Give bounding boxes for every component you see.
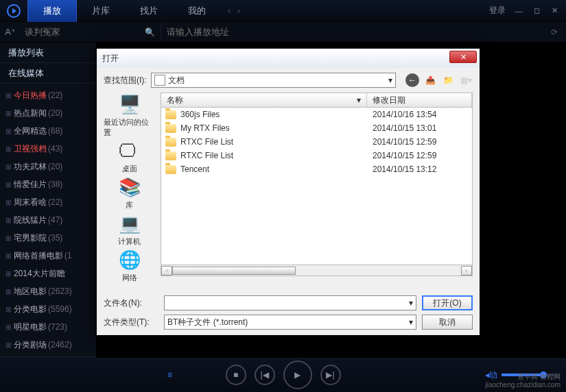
player-bar: ≡ ■ |◀ ▶ ▶| ◂劰 查字典 教程网 jiaocheng.chazidi… xyxy=(0,358,566,392)
places-item[interactable]: 🌐网络 xyxy=(119,249,141,283)
filename-input[interactable]: ▾ xyxy=(164,295,416,310)
sidebar-item[interactable]: ⊞分类电影(5596) xyxy=(0,300,96,318)
play-button[interactable]: ▶ xyxy=(283,360,312,389)
sidebar-item[interactable]: ⊞情爱佳片(38) xyxy=(0,175,96,193)
topbar: 播放 片库 找片 我的 ‹ › 登录 — ◻ ✕ xyxy=(0,0,566,22)
file-row[interactable]: RTXC File List2014/10/15 12:59 xyxy=(161,149,472,162)
document-icon xyxy=(154,75,165,86)
sidebar-item[interactable]: ⊞明星电影(723) xyxy=(0,318,96,336)
app-logo[interactable] xyxy=(0,4,27,18)
dialog-titlebar[interactable]: 打开 ✕ xyxy=(97,49,480,68)
search-icon[interactable]: 🔍 xyxy=(145,27,155,37)
chevron-down-icon: ▾ xyxy=(388,75,392,85)
sidebar-header-playlist[interactable]: 播放列表 xyxy=(0,42,96,63)
open-file-dialog: 打开 ✕ 查找范围(I): 文档 ▾ ← 📤 📁 ▦▾ 🖥️最近访问的位置🖵桌面… xyxy=(96,48,480,336)
tab-mine[interactable]: 我的 xyxy=(173,0,221,22)
next-button[interactable]: ▶| xyxy=(320,365,341,385)
cancel-button[interactable]: 取消 xyxy=(422,315,473,330)
sidebar: 播放列表 在线媒体 ⊞今日热播(22)⊞热点新闻(20)⊞全网精选(68)⊞卫视… xyxy=(0,42,96,358)
sidebar-item[interactable]: ⊞地区电影(2623) xyxy=(0,282,96,300)
refresh-icon[interactable]: ⟳ xyxy=(543,27,566,37)
address-input[interactable] xyxy=(161,22,543,42)
filetype-label: 文件类型(T): xyxy=(104,317,158,328)
tab-find[interactable]: 找片 xyxy=(125,0,173,22)
filetype-dropdown[interactable]: BT种子文件 (*.torrent)▾ xyxy=(164,315,416,330)
open-button[interactable]: 打开(O) xyxy=(422,295,473,310)
file-row[interactable]: RTXC File List2014/10/15 12:59 xyxy=(161,135,472,149)
scope-label: 查找范围(I): xyxy=(104,75,147,86)
new-folder-icon[interactable]: 📁 xyxy=(441,73,455,87)
sidebar-item[interactable]: ⊞2014大片前瞻 xyxy=(0,265,96,282)
login-link[interactable]: 登录 xyxy=(489,5,506,16)
maximize-icon[interactable]: ◻ xyxy=(532,6,541,16)
font-size-icon[interactable]: A⁺ xyxy=(0,27,21,37)
file-row[interactable]: Tencent2014/10/15 13:12 xyxy=(161,162,472,176)
sidebar-item[interactable]: ⊞周末看啥(22) xyxy=(0,193,96,211)
sidebar-header-online[interactable]: 在线媒体 xyxy=(0,63,96,84)
file-list-header[interactable]: 名称▾ 修改日期 xyxy=(161,93,473,108)
sidebar-item[interactable]: ⊞宅男影院(35) xyxy=(0,229,96,247)
places-item[interactable]: 🖥️最近访问的位置 xyxy=(104,94,155,138)
stop-button[interactable]: ■ xyxy=(226,365,246,385)
sidebar-item[interactable]: ⊞全网精选(68) xyxy=(0,122,96,140)
sidebar-item[interactable]: ⊞院线猛片(47) xyxy=(0,211,96,229)
search-input[interactable] xyxy=(21,27,145,37)
places-item[interactable]: 🖵桌面 xyxy=(119,140,141,174)
tab-play[interactable]: 播放 xyxy=(27,0,77,22)
scope-dropdown[interactable]: 文档 ▾ xyxy=(151,73,396,88)
horizontal-scrollbar[interactable]: ◂▸ xyxy=(161,265,473,276)
view-menu-icon[interactable]: ▦▾ xyxy=(459,73,473,87)
list-icon[interactable]: ≡ xyxy=(167,370,172,380)
sidebar-item[interactable]: ⊞分类剧场(2462) xyxy=(0,336,96,354)
file-row[interactable]: My RTX Files2014/10/15 13:01 xyxy=(161,121,472,135)
places-item[interactable]: 💻计算机 xyxy=(118,213,141,247)
file-list[interactable]: 360js Files2014/10/16 13:54My RTX Files2… xyxy=(161,108,473,265)
places-item[interactable]: 📚库 xyxy=(119,177,141,210)
tab-library[interactable]: 片库 xyxy=(77,0,125,22)
dialog-close-button[interactable]: ✕ xyxy=(449,51,477,63)
filename-label: 文件名(N): xyxy=(104,297,158,309)
searchbar: A⁺ 🔍 ⟳ xyxy=(0,22,566,42)
sidebar-item[interactable]: ⊞功夫武林(20) xyxy=(0,158,96,175)
back-icon[interactable]: ← xyxy=(405,73,419,87)
main-tabs: 播放 片库 找片 我的 xyxy=(27,0,221,22)
sidebar-item[interactable]: ⊞热点新闻(20) xyxy=(0,104,96,122)
close-icon[interactable]: ✕ xyxy=(550,6,559,16)
sidebar-item[interactable]: ⊞今日热播(22) xyxy=(0,86,96,104)
file-row[interactable]: 360js Files2014/10/16 13:54 xyxy=(161,108,472,121)
sidebar-item[interactable]: ⊞网络首播电影(1 xyxy=(0,247,96,265)
watermark: 查字典 教程网 jiaocheng.chazidian.com xyxy=(485,373,561,389)
prev-button[interactable]: |◀ xyxy=(255,365,275,385)
minimize-icon[interactable]: — xyxy=(514,6,523,16)
nav-arrows[interactable]: ‹ › xyxy=(228,6,240,16)
sidebar-item[interactable]: ⊞卫视强档(43) xyxy=(0,140,96,158)
up-icon[interactable]: 📤 xyxy=(423,73,437,87)
